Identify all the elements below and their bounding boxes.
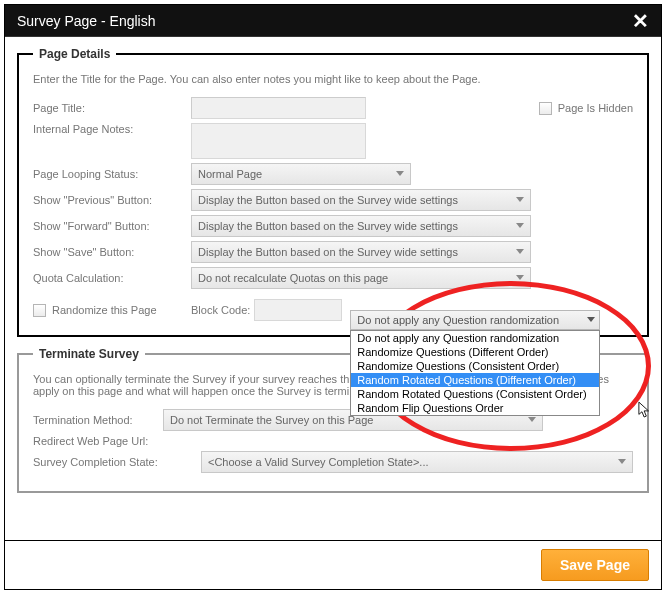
randomize-page-checkbox[interactable] xyxy=(33,304,46,317)
question-randomization-select[interactable]: Do not apply any Question randomization … xyxy=(350,310,600,416)
termination-method-label: Termination Method: xyxy=(33,414,163,426)
cursor-icon xyxy=(638,401,652,419)
block-code-label: Block Code: xyxy=(191,304,250,316)
internal-notes-label: Internal Page Notes: xyxy=(33,123,191,135)
randomize-page-label: Randomize this Page xyxy=(52,304,157,316)
quota-select[interactable]: Do not recalculate Quotas on this page xyxy=(191,267,531,289)
title-bar: Survey Page - English ✕ xyxy=(5,5,661,37)
chevron-down-icon xyxy=(516,197,524,202)
quota-label: Quota Calculation: xyxy=(33,272,191,284)
save-button-select[interactable]: Display the Button based on the Survey w… xyxy=(191,241,531,263)
chevron-down-icon xyxy=(528,417,536,422)
page-title-input[interactable] xyxy=(191,97,366,119)
save-button-value: Display the Button based on the Survey w… xyxy=(198,246,458,258)
termination-method-value: Do not Terminate the Survey on this Page xyxy=(170,414,373,426)
modal-title: Survey Page - English xyxy=(17,13,628,29)
block-code-input[interactable] xyxy=(254,299,342,321)
save-page-button[interactable]: Save Page xyxy=(541,549,649,581)
completion-state-value: <Choose a Valid Survey Completion State>… xyxy=(208,456,429,468)
chevron-down-icon xyxy=(516,249,524,254)
fwd-button-value: Display the Button based on the Survey w… xyxy=(198,220,458,232)
page-details-legend: Page Details xyxy=(33,47,116,61)
fwd-button-label: Show "Forward" Button: xyxy=(33,220,191,232)
randomization-options-list: Do not apply any Question randomization … xyxy=(350,330,600,416)
fwd-button-select[interactable]: Display the Button based on the Survey w… xyxy=(191,215,531,237)
completion-state-label: Survey Completion State: xyxy=(33,456,201,468)
terminate-legend: Terminate Survey xyxy=(33,347,145,361)
chevron-down-icon xyxy=(618,459,626,464)
chevron-down-icon xyxy=(396,171,404,176)
randomization-option[interactable]: Do not apply any Question randomization xyxy=(351,331,599,345)
page-details-intro: Enter the Title for the Page. You can al… xyxy=(33,73,633,85)
prev-button-select[interactable]: Display the Button based on the Survey w… xyxy=(191,189,531,211)
page-hidden-checkbox[interactable] xyxy=(539,102,552,115)
looping-label: Page Looping Status: xyxy=(33,168,191,180)
quota-value: Do not recalculate Quotas on this page xyxy=(198,272,388,284)
chevron-down-icon xyxy=(516,223,524,228)
chevron-down-icon xyxy=(587,317,595,322)
redirect-url-label: Redirect Web Page Url: xyxy=(33,435,163,447)
page-title-label: Page Title: xyxy=(33,102,191,114)
page-details-fieldset: Page Details Enter the Title for the Pag… xyxy=(17,47,649,337)
page-hidden-label: Page Is Hidden xyxy=(558,102,633,114)
looping-select[interactable]: Normal Page xyxy=(191,163,411,185)
internal-notes-input[interactable] xyxy=(191,123,366,159)
randomization-option[interactable]: Random Rotated Questions (Consistent Ord… xyxy=(351,387,599,401)
randomization-option[interactable]: Randomize Questions (Consistent Order) xyxy=(351,359,599,373)
randomization-option[interactable]: Randomize Questions (Different Order) xyxy=(351,345,599,359)
looping-value: Normal Page xyxy=(198,168,262,180)
chevron-down-icon xyxy=(516,275,524,280)
completion-state-select[interactable]: <Choose a Valid Survey Completion State>… xyxy=(201,451,633,473)
prev-button-label: Show "Previous" Button: xyxy=(33,194,191,206)
randomization-option[interactable]: Random Flip Questions Order xyxy=(351,401,599,415)
randomization-selected-value: Do not apply any Question randomization xyxy=(357,314,559,326)
save-button-label: Show "Save" Button: xyxy=(33,246,191,258)
randomization-option[interactable]: Random Rotated Questions (Different Orde… xyxy=(351,373,599,387)
prev-button-value: Display the Button based on the Survey w… xyxy=(198,194,458,206)
close-icon[interactable]: ✕ xyxy=(628,9,653,33)
